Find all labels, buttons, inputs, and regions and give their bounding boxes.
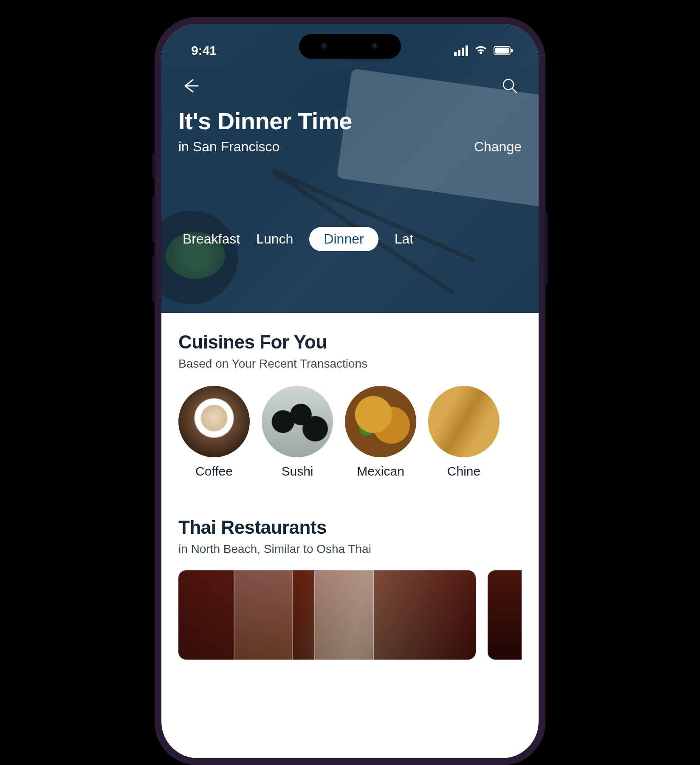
svg-rect-1 bbox=[495, 48, 509, 54]
restaurants-title: Thai Restaurants bbox=[178, 517, 522, 538]
volume-up-button bbox=[152, 196, 155, 242]
cuisine-chinese[interactable]: Chine bbox=[428, 386, 500, 479]
tab-dinner[interactable]: Dinner bbox=[309, 227, 378, 251]
restaurants-carousel[interactable] bbox=[178, 570, 522, 660]
battery-icon bbox=[494, 46, 513, 55]
svg-rect-2 bbox=[511, 49, 513, 52]
cuisines-subtitle: Based on Your Recent Transactions bbox=[178, 357, 522, 371]
search-button[interactable] bbox=[498, 74, 522, 98]
volume-down-button bbox=[152, 255, 155, 302]
restaurant-card[interactable] bbox=[488, 570, 522, 660]
status-time: 9:41 bbox=[178, 43, 217, 58]
cuisine-label: Chine bbox=[447, 464, 480, 479]
arrow-left-icon bbox=[181, 76, 200, 95]
coffee-image bbox=[178, 386, 250, 457]
back-button[interactable] bbox=[178, 74, 202, 98]
cellular-signal-icon bbox=[454, 45, 468, 56]
meal-tabs: Breakfast Lunch Dinner Lat bbox=[178, 227, 522, 251]
sushi-image bbox=[262, 386, 333, 457]
mexican-image bbox=[345, 386, 416, 457]
cuisines-carousel[interactable]: Coffee Sushi Mexican Chine bbox=[178, 386, 522, 479]
hero-background-image bbox=[161, 24, 539, 313]
page-title: It's Dinner Time bbox=[178, 107, 522, 135]
dynamic-island bbox=[299, 34, 401, 59]
svg-line-4 bbox=[512, 88, 517, 93]
drink-image bbox=[314, 570, 374, 660]
cuisines-title: Cuisines For You bbox=[178, 332, 522, 353]
phone-frame: 9:41 bbox=[155, 17, 545, 765]
restaurants-subtitle: in North Beach, Similar to Osha Thai bbox=[178, 542, 522, 556]
screen: 9:41 bbox=[161, 24, 539, 758]
tab-lunch[interactable]: Lunch bbox=[256, 227, 293, 251]
wifi-icon bbox=[474, 45, 488, 56]
drink-image bbox=[234, 570, 293, 660]
restaurant-card[interactable] bbox=[178, 570, 476, 660]
change-location-link[interactable]: Change bbox=[474, 139, 522, 155]
mute-switch bbox=[152, 153, 155, 178]
chinese-image bbox=[428, 386, 500, 457]
main-content: Cuisines For You Based on Your Recent Tr… bbox=[161, 313, 539, 660]
cuisine-mexican[interactable]: Mexican bbox=[345, 386, 416, 479]
sensor bbox=[372, 42, 379, 50]
hero-header: 9:41 bbox=[161, 24, 539, 313]
search-icon bbox=[501, 77, 518, 94]
cuisine-label: Coffee bbox=[195, 464, 233, 479]
restaurants-section: Thai Restaurants in North Beach, Similar… bbox=[178, 517, 522, 660]
cuisine-label: Mexican bbox=[357, 464, 404, 479]
front-camera bbox=[321, 42, 328, 50]
tab-breakfast[interactable]: Breakfast bbox=[183, 227, 240, 251]
cuisines-section: Cuisines For You Based on Your Recent Tr… bbox=[178, 332, 522, 479]
tab-late[interactable]: Lat bbox=[395, 227, 413, 251]
cuisine-coffee[interactable]: Coffee bbox=[178, 386, 250, 479]
location-subtitle: in San Francisco bbox=[178, 139, 279, 155]
cuisine-label: Sushi bbox=[281, 464, 313, 479]
power-button bbox=[545, 212, 548, 285]
cuisine-sushi[interactable]: Sushi bbox=[262, 386, 333, 479]
